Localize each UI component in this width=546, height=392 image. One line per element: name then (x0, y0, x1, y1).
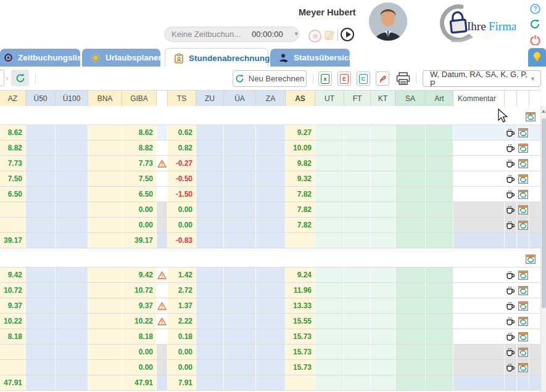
break-time-icon[interactable] (505, 171, 517, 186)
column-header-ic1[interactable] (505, 91, 517, 107)
table-row[interactable]: 7.737.73-0.279.82 (0, 156, 540, 171)
table-row[interactable]: 9.429.421.429.24 (0, 267, 540, 283)
column-header-art[interactable]: Art (426, 91, 453, 107)
nav-box-partial[interactable] (0, 70, 4, 86)
column-preset-dropdown[interactable]: W, Datum, RA, SA, K, G, P, P ▼ (423, 70, 541, 87)
print-button[interactable] (395, 70, 411, 86)
table-row[interactable]: 0.000.007.82 (0, 218, 540, 233)
tab-zeitbuchungsliste[interactable]: Zeitbuchungsliste (0, 49, 80, 67)
refresh-icon[interactable] (529, 18, 541, 30)
value-as: 9.82 (286, 159, 315, 168)
column-header-ft[interactable]: FT (344, 91, 371, 107)
group-header-row[interactable] (0, 252, 540, 267)
recalculate-day-icon[interactable] (517, 360, 529, 375)
recalculate-day-icon[interactable] (517, 171, 529, 186)
column-header-kom[interactable]: Kommentar (453, 91, 505, 107)
recalculate-day-icon[interactable] (517, 218, 529, 232)
table-row[interactable]: 9.379.371.3713.33 (0, 298, 540, 314)
scroll-up-arrow[interactable] (542, 110, 545, 113)
export-e-button[interactable]: E (337, 71, 351, 86)
vertical-scrollbar[interactable] (540, 106, 546, 392)
group-header-row[interactable] (0, 110, 540, 125)
break-time-icon[interactable] (505, 314, 517, 329)
recalculate-button[interactable]: Neu Berechnen (233, 70, 307, 87)
table-row[interactable]: 8.628.620.629.27 (0, 125, 540, 141)
recalculate-day-icon[interactable] (517, 202, 529, 217)
group-recalculate-icon[interactable] (526, 255, 536, 266)
recalculate-day-icon[interactable] (517, 345, 529, 359)
recalculate-day-icon[interactable] (517, 156, 529, 171)
break-time-icon[interactable] (505, 202, 517, 217)
chevron-down-icon[interactable]: ▼ (289, 31, 305, 37)
break-time-icon[interactable] (505, 156, 517, 171)
recalculate-day-icon[interactable] (517, 267, 529, 282)
table-row[interactable]: 10.7210.722.7211.96 (0, 283, 540, 298)
table-row[interactable]: 6.506.50-1.507.82 (0, 187, 540, 202)
power-icon[interactable] (529, 33, 541, 46)
break-time-icon[interactable] (505, 218, 517, 232)
booking-select[interactable]: Keine Zeitbuchun... (165, 30, 246, 39)
recalculate-day-icon[interactable] (517, 298, 529, 313)
break-time-icon[interactable] (505, 360, 517, 375)
column-header-kt[interactable]: KT (371, 91, 395, 107)
cell-ts: 7.91 (168, 375, 196, 390)
total-row[interactable]: 39.1739.17-0.83 (0, 233, 540, 248)
help-icon[interactable]: ? (529, 2, 541, 15)
column-header-giba[interactable]: GIBA (122, 91, 157, 107)
tab-statusuebersicht[interactable]: Statusübersicht (270, 49, 350, 67)
column-header-u100[interactable]: Ü100 (56, 91, 88, 107)
record-stop-button[interactable] (308, 30, 321, 43)
group-recalculate-icon[interactable] (526, 112, 536, 124)
tab-urlaubsplaner[interactable]: Urlaubsplaner (82, 49, 160, 67)
refresh-grid-button[interactable] (11, 70, 29, 86)
break-time-icon[interactable] (505, 298, 517, 313)
edit-booking-icon[interactable] (323, 29, 336, 41)
column-header-u50[interactable]: Ü50 (26, 91, 56, 107)
play-button[interactable] (341, 28, 354, 41)
export-c-button[interactable]: C (357, 71, 370, 86)
column-header-az[interactable]: AZ (0, 91, 26, 107)
total-row[interactable]: 47.9147.917.91 (0, 375, 540, 391)
column-header-as[interactable]: AS (286, 91, 315, 107)
table-row[interactable]: 8.188.180.1815.73 (0, 329, 540, 345)
recalculate-day-icon[interactable] (517, 329, 529, 344)
column-header-bna[interactable]: BNA (88, 91, 122, 107)
tab-stundenabrechnung[interactable]: Stundenabrechnung (165, 48, 268, 67)
break-time-icon[interactable] (505, 283, 517, 298)
cell-filler (529, 267, 540, 282)
export-pdf-button[interactable] (376, 71, 389, 86)
column-header-sa[interactable]: SA (395, 91, 426, 107)
table-row[interactable]: 7.507.50-0.509.32 (0, 171, 540, 187)
column-header-ic2[interactable] (517, 91, 529, 107)
scrollbar-thumb[interactable] (542, 118, 546, 308)
column-header-ut[interactable]: UT (315, 91, 344, 107)
table-row[interactable]: 0.000.0015.73 (0, 345, 540, 360)
column-header-zu[interactable]: ZU (196, 91, 224, 107)
recalculate-day-icon[interactable] (517, 125, 529, 140)
recalculate-day-icon[interactable] (517, 141, 529, 155)
chevron-right-icon[interactable]: › (6, 73, 8, 83)
table-row[interactable]: 10.2210.222.2215.55 (0, 314, 540, 329)
break-time-icon[interactable] (505, 187, 517, 202)
recalculate-day-icon[interactable] (517, 314, 529, 329)
break-time-icon[interactable] (505, 345, 517, 359)
column-header-warning[interactable] (157, 91, 168, 107)
time-tracker-widget[interactable]: Keine Zeitbuchun... 00:00:00 ▼ (164, 27, 299, 42)
cell-sa (395, 314, 426, 329)
table-row[interactable]: 0.000.007.82 (0, 202, 540, 218)
table-row[interactable]: 0.000.0015.73 (0, 360, 540, 375)
break-time-icon[interactable] (505, 267, 517, 282)
column-header-ua[interactable]: ÜA (224, 91, 256, 107)
break-time-icon[interactable] (505, 329, 517, 344)
break-time-icon[interactable] (505, 141, 517, 155)
column-header-za[interactable]: ZA (256, 91, 286, 107)
break-time-icon[interactable] (505, 125, 517, 140)
table-row[interactable]: 8.828.820.8210.09 (0, 141, 540, 156)
recalculate-day-icon[interactable] (517, 187, 529, 202)
column-header-ts[interactable]: TS (168, 91, 196, 107)
lightbulb-button[interactable] (528, 48, 546, 67)
export-excel-button[interactable]: x (318, 71, 332, 86)
toolbar: › Neu Berechnen x E C W, Datum, RA, SA, … (0, 67, 546, 90)
user-avatar[interactable] (369, 2, 407, 41)
recalculate-day-icon[interactable] (517, 283, 529, 298)
